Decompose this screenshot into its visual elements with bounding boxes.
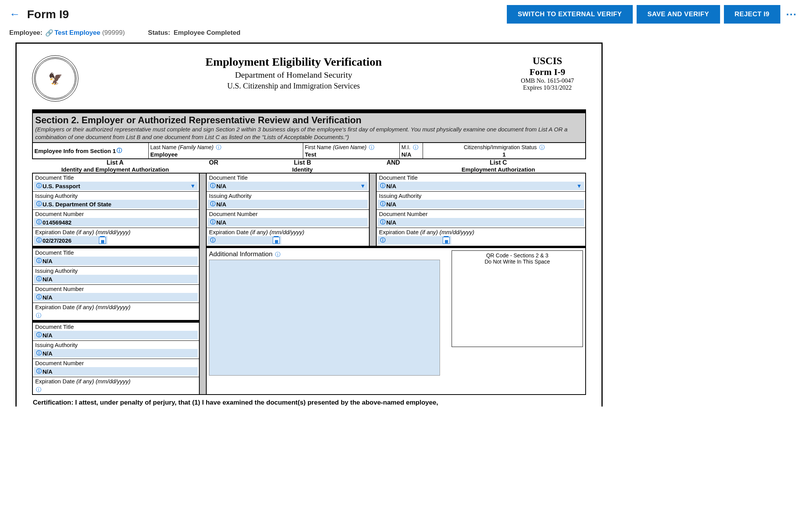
calendar-icon[interactable]: ▦ xyxy=(443,237,450,244)
expiration-date-label: Expiration Date xyxy=(35,378,75,385)
section2-instructions: (Employers or their authorized represent… xyxy=(35,126,583,141)
status-label: Status: xyxy=(148,29,170,37)
list-a-2-issuing-authority-input[interactable]: ⓘ N/A xyxy=(34,275,198,283)
info-icon: ⓘ xyxy=(36,276,42,282)
expiration-date-format: (if any) (mm/dd/yyyy) xyxy=(250,229,304,235)
form-subtitle-1: Department of Homeland Security xyxy=(78,70,509,80)
citizenship-value: 1 xyxy=(503,151,506,158)
section2-title: Section 2. Employer or Authorized Repres… xyxy=(35,115,583,126)
chevron-down-icon: ▼ xyxy=(360,183,365,189)
back-arrow-icon[interactable]: ← xyxy=(9,9,20,20)
info-icon: ⓘ xyxy=(380,237,386,244)
list-b-doc-number-input[interactable]: ⓘ N/A xyxy=(208,218,368,226)
doc-title-label: Document Title xyxy=(33,174,199,182)
column-divider xyxy=(199,174,207,394)
employee-label: Employee: xyxy=(9,29,42,37)
info-icon: ⓘ xyxy=(36,201,42,208)
info-icon[interactable]: ⓘ xyxy=(216,144,221,150)
info-icon[interactable]: ⓘ xyxy=(117,147,122,154)
list-a-3-doc-title-input[interactable]: ⓘ N/A xyxy=(34,331,198,339)
issuing-authority-label: Issuing Authority xyxy=(33,341,199,349)
expiration-date-label: Expiration Date xyxy=(35,229,75,235)
list-a-1-expiration-date-input[interactable]: ⓘ 02/27/2026 ▦ xyxy=(34,236,107,245)
info-icon[interactable]: ⓘ xyxy=(369,144,374,150)
info-icon[interactable]: ⓘ xyxy=(36,386,41,393)
issuing-authority-label: Issuing Authority xyxy=(33,192,199,200)
info-icon: ⓘ xyxy=(36,257,42,264)
link-icon: 🔗 xyxy=(45,29,53,37)
mi-value: N/A xyxy=(401,151,411,158)
or-label: OR xyxy=(198,159,229,173)
issuing-authority-label: Issuing Authority xyxy=(207,192,369,200)
switch-external-verify-button[interactable]: SWITCH TO EXTERNAL VERIFY xyxy=(507,5,633,24)
list-a-3-doc-number-input[interactable]: ⓘ N/A xyxy=(34,367,198,376)
uscis-label: USCIS xyxy=(509,55,586,67)
list-b-title: List B xyxy=(229,159,376,166)
last-name-value: Employee xyxy=(150,151,178,158)
list-c-doc-number-input[interactable]: ⓘ N/A xyxy=(378,218,584,226)
info-icon: ⓘ xyxy=(36,350,42,357)
info-icon[interactable]: ⓘ xyxy=(539,144,545,150)
calendar-icon[interactable]: ▦ xyxy=(99,237,106,244)
form-expires: Expires 10/31/2022 xyxy=(509,84,586,91)
and-label: AND xyxy=(376,159,411,173)
list-b-expiration-date-input[interactable]: ⓘ ▦ xyxy=(208,236,281,245)
employee-link[interactable]: Test Employee xyxy=(54,29,100,37)
certification-text: Certification: I attest, under penalty o… xyxy=(32,395,586,407)
info-icon: ⓘ xyxy=(210,182,216,189)
issuing-authority-label: Issuing Authority xyxy=(377,192,585,200)
chevron-down-icon: ▼ xyxy=(576,183,582,189)
info-icon[interactable]: ⓘ xyxy=(413,144,418,150)
last-name-paren: (Family Name) xyxy=(178,144,214,150)
omb-number: OMB No. 1615-0047 xyxy=(509,77,586,84)
info-icon: ⓘ xyxy=(36,368,42,375)
more-actions-icon[interactable]: ⋯ xyxy=(780,5,803,24)
expiration-date-format: (if any) (mm/dd/yyyy) xyxy=(76,378,131,385)
first-name-paren: (Given Name) xyxy=(333,144,367,150)
info-icon[interactable]: ⓘ xyxy=(275,251,280,257)
reject-i9-button[interactable]: REJECT I9 xyxy=(724,5,780,24)
first-name-value: Test xyxy=(305,151,316,158)
issuing-authority-label: Issuing Authority xyxy=(33,267,199,275)
info-icon: ⓘ xyxy=(380,201,386,208)
expiration-date-label: Expiration Date xyxy=(379,229,419,235)
list-c-issuing-authority-input[interactable]: ⓘ N/A xyxy=(378,200,584,208)
doc-number-label: Document Number xyxy=(377,210,585,218)
info-icon: ⓘ xyxy=(36,294,42,301)
expiration-date-format: (if any) (mm/dd/yyyy) xyxy=(420,229,474,235)
list-c-subtitle: Employment Authorization xyxy=(411,166,586,173)
form-main-title: Employment Eligibility Verification xyxy=(78,55,509,68)
column-divider xyxy=(369,174,377,246)
i9-document: 🦅 Employment Eligibility Verification De… xyxy=(15,43,603,407)
qr-line-1: QR Code - Sections 2 & 3 xyxy=(452,252,583,259)
save-and-verify-button[interactable]: SAVE AND VERIFY xyxy=(637,5,720,24)
expiration-date-label: Expiration Date xyxy=(35,304,75,310)
list-a-subtitle: Identity and Employment Authorization xyxy=(32,166,198,173)
doc-title-label: Document Title xyxy=(33,248,199,257)
doc-title-label: Document Title xyxy=(207,174,369,182)
list-b-subtitle: Identity xyxy=(229,166,376,173)
page-title: Form I9 xyxy=(27,8,69,21)
list-a-1-doc-title-select[interactable]: ⓘ U.S. Passport ▼ xyxy=(34,182,198,190)
doc-title-label: Document Title xyxy=(377,174,585,182)
expiration-date-label: Expiration Date xyxy=(209,229,249,235)
additional-information-textarea[interactable] xyxy=(209,260,440,376)
info-icon[interactable]: ⓘ xyxy=(36,312,41,318)
qr-code-box: QR Code - Sections 2 & 3 Do Not Write In… xyxy=(452,250,583,347)
list-a-1-issuing-authority-input[interactable]: ⓘ U.S. Department Of State xyxy=(34,200,198,208)
list-b-doc-title-select[interactable]: ⓘ N/A ▼ xyxy=(208,182,368,190)
list-c-expiration-date-input[interactable]: ⓘ ▦ xyxy=(378,236,451,245)
doc-number-label: Document Number xyxy=(33,359,199,367)
list-a-2-doc-number-input[interactable]: ⓘ N/A xyxy=(34,293,198,301)
list-a-2-doc-title-input[interactable]: ⓘ N/A xyxy=(34,257,198,265)
calendar-icon[interactable]: ▦ xyxy=(273,237,280,244)
list-a-1-doc-number-input[interactable]: ⓘ 014569482 xyxy=(34,218,198,226)
qr-line-2: Do Not Write In This Space xyxy=(452,259,583,265)
list-c-doc-title-select[interactable]: ⓘ N/A ▼ xyxy=(378,182,584,190)
info-icon: ⓘ xyxy=(210,219,216,226)
info-icon: ⓘ xyxy=(36,237,42,244)
first-name-label: First Name xyxy=(305,144,331,150)
info-icon: ⓘ xyxy=(36,332,42,339)
list-b-issuing-authority-input[interactable]: ⓘ N/A xyxy=(208,200,368,208)
list-a-3-issuing-authority-input[interactable]: ⓘ N/A xyxy=(34,349,198,357)
